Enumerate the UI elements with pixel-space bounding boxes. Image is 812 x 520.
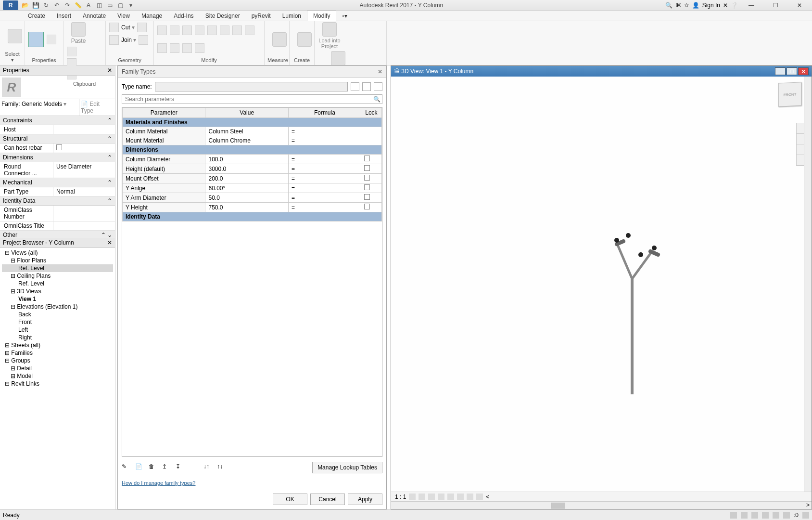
prop-rc-value[interactable]: Use Diameter <box>53 162 115 178</box>
mirror-icon[interactable] <box>182 26 192 35</box>
edit-type-button[interactable]: 📄 Edit Type <box>79 99 115 116</box>
ok-button[interactable]: OK <box>273 494 307 505</box>
param-formula[interactable]: = <box>288 183 361 193</box>
tree-node[interactable]: Left <box>2 326 113 334</box>
tree-node[interactable]: ⊟ Groups <box>2 357 113 364</box>
param-formula[interactable]: = <box>288 155 361 164</box>
prop-part-value[interactable]: Normal <box>53 187 115 196</box>
render-icon[interactable] <box>447 494 454 500</box>
delete-type-button[interactable] <box>374 82 382 91</box>
moveup-icon[interactable]: ↥ <box>162 463 171 472</box>
param-formula[interactable]: = <box>288 164 361 174</box>
param-group[interactable]: Dimensions <box>123 145 382 155</box>
status-filter2-icon[interactable] <box>802 512 809 519</box>
tab-insert[interactable]: Insert <box>51 11 77 21</box>
tree-node[interactable]: ⊟ Sheets (all) <box>2 341 113 349</box>
param-value[interactable]: Column Steel <box>205 127 288 136</box>
sunpath-icon[interactable] <box>428 494 435 500</box>
edit-param-icon[interactable]: ✎ <box>122 463 130 472</box>
lock-icon[interactable] <box>467 494 473 500</box>
app-menu-button[interactable]: R <box>3 0 18 10</box>
tree-node[interactable]: Ref. Level <box>2 280 113 287</box>
help-icon[interactable]: ❔ <box>731 2 738 9</box>
col-value[interactable]: Value <box>205 108 288 118</box>
cut-icon[interactable] <box>67 47 76 56</box>
tree-node[interactable]: Ref. Level <box>2 264 113 272</box>
split-icon[interactable] <box>139 35 148 45</box>
status-icon-2[interactable] <box>741 512 748 519</box>
col-formula[interactable]: Formula <box>288 108 361 118</box>
tree-node[interactable]: ⊟ 3D Views <box>2 287 113 295</box>
browser-close-icon[interactable]: ✕ <box>107 239 112 246</box>
tree-node[interactable]: View 1 <box>2 295 113 303</box>
tab-view[interactable]: View <box>112 11 136 21</box>
text-icon[interactable]: A <box>85 1 92 9</box>
close-button[interactable]: ✕ <box>789 0 810 11</box>
param-lock[interactable] <box>361 155 381 164</box>
view-maximize-button[interactable]: ☐ <box>787 67 797 75</box>
view-scrollbar-h[interactable]: > <box>391 501 812 509</box>
search-parameters-input[interactable] <box>122 95 371 104</box>
tree-node[interactable]: ⊟ Elevations (Elevation 1) <box>2 303 113 311</box>
tree-node[interactable]: Front <box>2 318 113 326</box>
status-icon-4[interactable] <box>762 512 769 519</box>
modify-tool[interactable] <box>3 29 27 43</box>
param-formula[interactable]: = <box>288 174 361 183</box>
hide-icon[interactable] <box>476 494 483 500</box>
cut-geom-icon[interactable] <box>109 23 119 32</box>
tree-node[interactable]: Right <box>2 334 113 341</box>
open-icon[interactable]: 📂 <box>21 1 29 9</box>
rotate-icon[interactable] <box>220 26 229 35</box>
param-lock[interactable] <box>361 127 381 136</box>
copytool-icon[interactable] <box>207 26 217 35</box>
redo-icon[interactable]: ↷ <box>63 1 71 9</box>
param-formula[interactable]: = <box>288 203 361 212</box>
rebar-checkbox[interactable] <box>56 144 62 150</box>
splitelem-icon[interactable] <box>195 43 204 53</box>
type-props-icon[interactable] <box>47 35 56 44</box>
param-formula[interactable]: = <box>288 136 361 145</box>
join-geom-label[interactable]: Join <box>121 37 136 43</box>
3d-canvas[interactable]: FRONT <box>391 77 812 492</box>
param-value[interactable]: Column Chrome <box>205 136 288 145</box>
align-icon[interactable] <box>157 26 167 35</box>
view-cube[interactable]: FRONT <box>778 82 801 106</box>
status-icon-3[interactable] <box>751 512 758 519</box>
array-icon[interactable] <box>245 26 254 35</box>
prop-oct-value[interactable] <box>53 221 115 230</box>
detail-level-icon[interactable] <box>409 494 416 500</box>
param-value[interactable]: 50.0 <box>205 193 288 203</box>
tab-context-icon[interactable]: ▫▾ <box>336 11 353 21</box>
prop-host-value[interactable] <box>53 125 115 134</box>
tree-node[interactable]: ⊟ Model <box>2 372 113 380</box>
properties-icon[interactable] <box>28 32 44 47</box>
tab-manage[interactable]: Manage <box>136 11 168 21</box>
tab-sitedesigner[interactable]: Site Designer <box>200 11 246 21</box>
type-name-input[interactable] <box>155 82 348 91</box>
view-scale[interactable]: 1 : 1 <box>395 494 406 500</box>
visual-style-icon[interactable] <box>419 494 425 500</box>
new-param-icon[interactable]: 📄 <box>135 463 144 472</box>
new-type-button[interactable] <box>351 82 359 91</box>
keys-icon[interactable]: ⌘ <box>675 2 681 9</box>
param-lock[interactable] <box>361 193 381 203</box>
tab-annotate[interactable]: Annotate <box>77 11 112 21</box>
movedown-icon[interactable]: ↧ <box>176 463 184 472</box>
undo-icon[interactable]: ↶ <box>53 1 61 9</box>
family-selector[interactable]: Family: Generic Models <box>0 99 79 116</box>
param-group[interactable]: Identity Data <box>123 212 382 221</box>
delete-param-icon[interactable]: 🗑 <box>149 463 157 472</box>
status-filter-icon[interactable] <box>783 512 790 519</box>
measure-icon[interactable]: 📏 <box>74 1 82 9</box>
star-icon[interactable]: ☆ <box>684 2 689 9</box>
crop-icon[interactable] <box>457 494 464 500</box>
tab-modify[interactable]: Modify <box>307 11 336 21</box>
param-value[interactable]: 3000.0 <box>205 164 288 174</box>
tab-pyrevit[interactable]: pyRevit <box>246 11 277 21</box>
delete-icon[interactable] <box>182 43 192 53</box>
scale-icon[interactable] <box>157 43 167 53</box>
dialog-help-link[interactable]: How do I manage family types? <box>122 478 382 488</box>
properties-close-icon[interactable]: ✕ <box>107 67 112 74</box>
tree-node[interactable]: ⊟ Views (all) <box>2 249 113 257</box>
move-icon[interactable] <box>195 26 204 35</box>
